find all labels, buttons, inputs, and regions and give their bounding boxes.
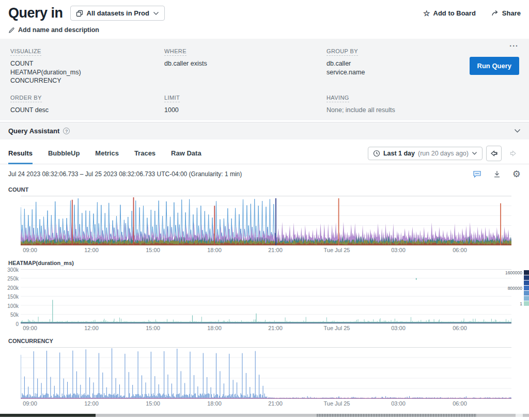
page-header: Query in All datasets in Prod ☆ Add to B… [0, 0, 529, 21]
add-name-label: Add name and description [18, 26, 99, 34]
gear-icon[interactable]: ⚙ [512, 169, 521, 179]
history-back-button[interactable] [486, 146, 502, 161]
run-query-button[interactable]: Run Query [470, 57, 519, 75]
x-tick-label: Tue Jul 25 [324, 400, 350, 407]
add-to-board-button[interactable]: ☆ Add to Board [423, 9, 476, 17]
bottom-table-edge[interactable] [0, 414, 529, 417]
concurrency-chart[interactable] [21, 347, 511, 399]
scrollbar-end [516, 414, 523, 417]
x-tick-label: 12:00 [84, 247, 99, 253]
panel-overflow-menu[interactable]: ... [509, 40, 519, 48]
count-chart-title: COUNT [0, 181, 529, 196]
download-icon[interactable] [493, 170, 501, 178]
order-by-header: ORDER BY [10, 95, 42, 102]
time-range-value: Last 1 day [383, 150, 415, 157]
x-tick-label: Tue Jul 25 [324, 247, 350, 253]
order-by-item[interactable]: COUNT desc [10, 106, 164, 115]
query-builder-panel: ... Run Query VISUALIZE COUNT HEATMAP(du… [0, 39, 529, 120]
y-tick-label: 200k [7, 285, 19, 291]
heatmap-chart-title: HEATMAP(duration_ms) [0, 254, 529, 269]
x-tick-label: 09:00 [23, 247, 37, 253]
x-tick-label: 21:00 [268, 400, 283, 407]
concurrency-chart-section: CONCURRENCY 09:0012:0015:0018:0021:00Tue… [0, 332, 529, 408]
x-tick-label: 03:00 [391, 400, 406, 407]
having-header: HAVING [326, 95, 349, 102]
add-name-description[interactable]: Add name and description [0, 21, 529, 37]
heatmap-chart-section: HEATMAP(duration_ms) 300k250k200k150k100… [0, 254, 529, 332]
limit-clause[interactable]: LIMIT 1000 [164, 92, 326, 115]
comment-icon[interactable] [473, 170, 481, 178]
count-chart[interactable] [21, 196, 511, 245]
visualize-clause[interactable]: VISUALIZE COUNT HEATMAP(duration_ms) CON… [10, 46, 164, 85]
x-tick-label: 09:00 [23, 325, 37, 331]
share-button[interactable]: Share [491, 9, 521, 17]
legend-label: 1 [520, 301, 522, 306]
results-tabs-row: Results BubbleUp Metrics Traces Raw Data… [0, 143, 529, 164]
add-to-board-label: Add to Board [433, 9, 476, 17]
count-x-axis: 09:0012:0015:0018:0021:00Tue Jul 2503:00… [21, 245, 511, 254]
x-tick-label: 18:00 [207, 247, 222, 253]
datasets-icon [76, 10, 83, 17]
page-title: Query in [8, 5, 63, 21]
y-tick-label: 100k [7, 303, 19, 309]
pencil-icon [8, 27, 15, 34]
chevron-down-icon [472, 151, 477, 155]
x-tick-label: 21:00 [268, 325, 283, 331]
legend-label: 800000 [508, 286, 522, 291]
time-range-picker[interactable]: Last 1 day (run 20 days ago) [368, 147, 483, 160]
order-by-clause[interactable]: ORDER BY COUNT desc [10, 92, 164, 115]
help-icon[interactable]: ? [63, 128, 70, 134]
limit-item[interactable]: 1000 [164, 106, 326, 115]
y-tick-label: 250k [7, 276, 19, 282]
x-tick-label: 09:00 [23, 400, 37, 407]
clock-icon [373, 150, 380, 157]
dataset-picker-label: All datasets in Prod [87, 9, 149, 17]
legend-label: 1600000 [505, 270, 522, 275]
table-header-edge [0, 414, 96, 417]
star-icon: ☆ [423, 9, 430, 17]
x-tick-label: 12:00 [84, 400, 99, 407]
legend-swatch [524, 286, 529, 290]
legend-swatch [524, 301, 529, 306]
y-tick-label: 50k [10, 312, 19, 318]
visualize-item[interactable]: COUNT [10, 59, 164, 68]
tab-results[interactable]: Results [8, 143, 33, 164]
arrow-left-icon [490, 150, 498, 157]
where-clause[interactable]: WHERE db.caller exists [164, 46, 326, 85]
arrow-right-icon [509, 150, 517, 157]
tab-metrics[interactable]: Metrics [95, 143, 119, 164]
limit-header: LIMIT [164, 95, 180, 102]
having-item[interactable]: None; include all results [326, 106, 519, 115]
x-tick-label: 15:00 [146, 325, 160, 331]
legend-swatch [524, 270, 529, 275]
x-tick-label: Tue Jul 25 [324, 325, 350, 331]
tab-bubbleup[interactable]: BubbleUp [48, 143, 80, 164]
dataset-picker[interactable]: All datasets in Prod [70, 6, 165, 21]
legend-swatch [524, 281, 529, 285]
where-header: WHERE [164, 48, 186, 56]
tab-traces[interactable]: Traces [134, 143, 155, 164]
visualize-item[interactable]: CONCURRENCY [10, 76, 164, 85]
heatmap-x-axis: 09:0012:0015:0018:0021:00Tue Jul 2503:00… [21, 323, 511, 332]
group-by-header: GROUP BY [326, 48, 358, 56]
concurrency-chart-title: CONCURRENCY [0, 332, 529, 347]
count-chart-section: COUNT 09:0012:0015:0018:0021:00Tue Jul 2… [0, 181, 529, 254]
scrollbar-thumb[interactable] [317, 414, 476, 417]
legend-swatch [524, 291, 529, 295]
history-forward-button [505, 146, 521, 161]
share-icon [491, 10, 499, 17]
x-tick-label: 06:00 [453, 400, 467, 407]
time-range-note: (run 20 days ago) [418, 150, 469, 157]
chevron-down-icon[interactable] [514, 129, 521, 133]
visualize-item[interactable]: HEATMAP(duration_ms) [10, 68, 164, 77]
x-tick-label: 18:00 [207, 325, 222, 331]
having-clause[interactable]: HAVING None; include all results [326, 92, 519, 115]
heatmap-legend: 16000008000001 [481, 270, 529, 306]
tab-raw-data[interactable]: Raw Data [171, 143, 201, 164]
heatmap-chart[interactable] [21, 269, 511, 323]
x-tick-label: 03:00 [391, 247, 406, 253]
where-item[interactable]: db.caller exists [164, 59, 326, 68]
heatmap-y-axis: 300k250k200k150k100k50k0 [1, 269, 19, 323]
query-assistant-bar[interactable]: Query Assistant ? [0, 122, 529, 139]
x-tick-label: 15:00 [146, 247, 160, 253]
